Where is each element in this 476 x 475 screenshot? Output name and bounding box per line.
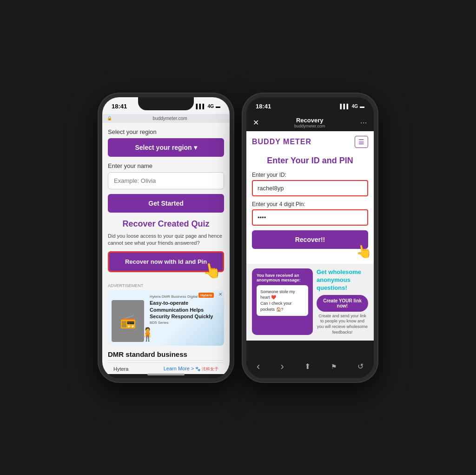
anon-desc: Create and send your link to people you … bbox=[317, 314, 368, 335]
nav-more-icon[interactable]: ··· bbox=[360, 119, 367, 126]
pin-label: Enter your 4 digit Pin: bbox=[252, 201, 368, 207]
recover-button[interactable]: Recover!! bbox=[252, 230, 368, 249]
right-main-content: BUDDY METER ☰ Enter Your ID and PIN Ente… bbox=[246, 131, 374, 341]
right-network-type-label: 4G bbox=[352, 104, 358, 109]
recover-btn-container: Recover now with Id and Pin 👆 bbox=[108, 251, 224, 272]
left-phone: 18:41 ▌▌▌ 4G ▬ 🔒 buddymeter.com Select y… bbox=[99, 94, 233, 382]
select-region-button[interactable]: Select your region ▾ bbox=[108, 138, 224, 157]
learn-more-link[interactable]: Learn More > 🐾 泫科女子 bbox=[164, 366, 218, 372]
nav-url: buddymeter.com bbox=[294, 124, 325, 128]
back-button[interactable]: ‹ bbox=[257, 361, 260, 373]
region-label: Select your region bbox=[108, 128, 224, 135]
enter-id-title: Enter Your ID and PIN bbox=[246, 151, 374, 172]
signal-bars-icon: ▌▌▌ bbox=[196, 104, 205, 109]
ad-series-text: BD5 Series bbox=[150, 321, 219, 325]
right-status-icons: ▌▌▌ 4G ▬ bbox=[340, 104, 364, 109]
recover-quiz-title: Recover Created Quiz bbox=[108, 219, 224, 229]
right-bottom-nav: ‹ › ⬆ ⚑ ↺ bbox=[246, 358, 374, 378]
create-link-button[interactable]: Create YOUR link now! bbox=[317, 295, 368, 312]
buddy-logo: BUDDY METER bbox=[252, 138, 311, 146]
left-status-icons: ▌▌▌ 4G ▬ bbox=[196, 104, 220, 109]
right-phone: 18:41 ▌▌▌ 4G ▬ ✕ Recovery buddymeter.com… bbox=[243, 94, 377, 382]
buddy-header: BUDDY METER ☰ bbox=[246, 131, 374, 151]
anon-card: You have received an anonymous message: … bbox=[252, 268, 313, 335]
reload-button[interactable]: ↺ bbox=[357, 362, 364, 371]
anon-card-inner: Someone stole my heart ❤️ Can I check yo… bbox=[257, 285, 308, 316]
anon-message-2: Can I check your pockets 🏠? bbox=[260, 301, 304, 312]
hytera-brand: Hytera bbox=[113, 366, 128, 372]
form-area: Enter your ID: Enter your 4 digit Pin: R… bbox=[246, 172, 374, 254]
ad-close-icon[interactable]: ✕ bbox=[218, 292, 222, 297]
nav-close-icon[interactable]: ✕ bbox=[253, 118, 259, 127]
id-label: Enter your ID: bbox=[252, 172, 368, 178]
anon-received-text: You have received an anonymous message: bbox=[257, 273, 308, 282]
hand-pointer-right-icon: 👆 bbox=[354, 242, 373, 261]
left-home-indicator bbox=[147, 374, 185, 375]
get-started-button[interactable]: Get Started bbox=[108, 194, 224, 213]
dmr-title: DMR standard business bbox=[108, 350, 224, 358]
hand-pointer-icon: 👆 bbox=[201, 261, 223, 281]
bookmark-button[interactable]: ⚑ bbox=[331, 363, 337, 370]
nav-center: Recovery buddymeter.com bbox=[294, 117, 325, 128]
share-button[interactable]: ⬆ bbox=[304, 362, 311, 371]
right-signal-bars-icon: ▌▌▌ bbox=[340, 104, 350, 109]
anon-right-title: Get wholesome anonymous questions! bbox=[317, 268, 368, 292]
right-battery-icon: ▬ bbox=[360, 104, 364, 109]
left-status-bar: 18:41 ▌▌▌ 4G ▬ bbox=[102, 97, 230, 114]
network-type-label: 4G bbox=[208, 104, 214, 109]
ad-text-area: Hytera DMR Business Digital Radio Easy-t… bbox=[150, 294, 219, 325]
left-main-content: Select your region Select your region ▾ … bbox=[102, 123, 230, 374]
left-phone-content: Select your region Select your region ▾ … bbox=[102, 123, 230, 374]
battery-icon: ▬ bbox=[216, 104, 220, 109]
screenshot-container: 18:41 ▌▌▌ 4G ▬ 🔒 buddymeter.com Select y… bbox=[99, 94, 377, 382]
hamburger-menu-button[interactable]: ☰ bbox=[355, 136, 368, 148]
ad-banner: Hytera ✕ 📻 🧍 Hytera DMR Business Digital… bbox=[108, 290, 224, 346]
anon-right-area: Get wholesome anonymous questions! Creat… bbox=[317, 268, 368, 335]
hytera-footer: Hytera Learn More > 🐾 泫科女子 bbox=[108, 362, 224, 374]
nav-title: Recovery bbox=[296, 117, 324, 124]
anon-message-1: Someone stole my heart ❤️ bbox=[260, 289, 304, 301]
name-input[interactable] bbox=[108, 172, 224, 189]
right-phone-content: BUDDY METER ☰ Enter Your ID and PIN Ente… bbox=[246, 131, 374, 357]
lock-icon: 🔒 bbox=[107, 116, 112, 120]
name-label: Enter your name bbox=[108, 162, 224, 169]
right-nav-bar: ✕ Recovery buddymeter.com ··· bbox=[246, 114, 374, 131]
left-time: 18:41 bbox=[112, 103, 127, 110]
ad-person-image: 🧍 bbox=[136, 305, 159, 342]
ad-label: ADVERTISEMENT bbox=[108, 283, 224, 288]
watermark: 🐾 泫科女子 bbox=[195, 367, 218, 371]
left-browser-bar: 🔒 buddymeter.com bbox=[102, 114, 230, 123]
recover-quiz-desc: Did you loose access to your quiz page a… bbox=[108, 233, 224, 247]
ad-brand-badge: Hytera bbox=[198, 293, 214, 298]
id-input[interactable] bbox=[252, 180, 368, 196]
anon-right-highlight: questions! bbox=[317, 284, 347, 291]
ad-title-text: Easy-to-operate Communication Helps Secu… bbox=[150, 300, 219, 320]
right-status-bar: 18:41 ▌▌▌ 4G ▬ bbox=[246, 97, 374, 114]
right-time: 18:41 bbox=[256, 103, 271, 110]
left-browser-url: buddymeter.com bbox=[115, 116, 225, 121]
pin-input[interactable] bbox=[252, 209, 368, 226]
forward-button[interactable]: › bbox=[280, 361, 284, 373]
footer-divider bbox=[108, 360, 224, 361]
anon-section: You have received an anonymous message: … bbox=[246, 264, 374, 341]
